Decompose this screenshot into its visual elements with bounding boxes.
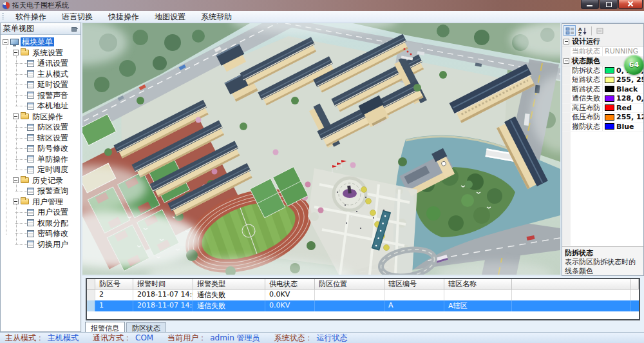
property-description: 防拆状态 表示防区防拆状态时的线条颜色 <box>562 246 643 275</box>
tree-folder-system-settings[interactable]: 系统设置 <box>1 48 80 59</box>
collapse-icon[interactable] <box>564 58 569 64</box>
col-filler <box>512 279 631 289</box>
tree-item-comm-settings[interactable]: 通讯设置 <box>1 58 80 69</box>
col-district-id[interactable]: 辖区编号 <box>384 279 444 289</box>
form-icon <box>27 209 34 216</box>
table-row-selected[interactable]: 1 2018-11-07 14:05:42 通信失败 0.0KV A A辖区 <box>87 300 639 311</box>
property-row-high-voltage[interactable]: 高压布防Red <box>562 104 643 113</box>
form-icon <box>27 219 34 226</box>
tree-item-district-settings[interactable]: 辖区设置 <box>1 133 80 144</box>
description-title: 防拆状态 <box>565 248 641 258</box>
table-row[interactable]: 2 2018-11-07 14:05:42 通信失败 0.0KV <box>87 289 639 300</box>
tree-root-module-menu[interactable]: 模块菜单 <box>1 37 80 48</box>
tree-item-delay-settings[interactable]: 延时设置 <box>1 79 80 90</box>
property-row-disarmed[interactable]: 撤防状态Blue <box>562 122 643 132</box>
col-filler <box>631 279 639 289</box>
form-icon <box>27 145 34 152</box>
status-bar: 主从模式：主机模式 通讯方式：COM 当前用户：admin 管理员 系统状态：运… <box>0 332 644 343</box>
property-row-open-circuit[interactable]: 断路状态Black <box>562 85 643 95</box>
menu-software-ops[interactable]: 软件操作 <box>8 11 54 23</box>
tree-item-permissions[interactable]: 权限分配 <box>1 218 80 229</box>
form-icon <box>27 124 34 131</box>
folder-icon <box>21 50 29 55</box>
alphabetical-sort-button[interactable]: AZ <box>576 25 589 36</box>
tree-item-user-settings[interactable]: 用户设置 <box>1 207 80 218</box>
tree-item-single-zone-op[interactable]: 单防操作 <box>1 154 80 165</box>
tree-item-zone-settings[interactable]: 防区设置 <box>1 122 80 133</box>
property-row-comm-fail[interactable]: 通信失败128, 0, 255 <box>562 94 643 104</box>
tree-item-change-password[interactable]: 密码修改 <box>1 228 80 239</box>
form-icon <box>27 60 34 67</box>
close-button[interactable] <box>618 0 643 9</box>
az-sort-icon: AZ <box>578 26 587 35</box>
collapse-icon[interactable] <box>13 199 19 204</box>
form-icon <box>27 81 34 88</box>
property-pages-button[interactable] <box>594 25 606 36</box>
color-swatch <box>605 123 614 130</box>
row-indicator-header <box>87 279 95 289</box>
pin-icon[interactable] <box>71 25 78 32</box>
menu-language-switch[interactable]: 语言切换 <box>54 11 100 23</box>
col-power-state[interactable]: 供电状态 <box>265 279 315 289</box>
campus-aerial-image <box>82 23 560 275</box>
property-row-low-voltage[interactable]: 低压布防255, 128, 0 <box>562 113 643 122</box>
color-swatch <box>605 86 614 92</box>
color-swatch <box>605 77 614 83</box>
col-zone-id[interactable]: 防区号 <box>95 279 133 289</box>
tree-item-switch-user[interactable]: 切换用户 <box>1 239 80 250</box>
property-toolbar: AZ <box>562 24 643 38</box>
tree-item-local-address[interactable]: 本机地址 <box>1 101 80 112</box>
form-icon <box>27 103 34 110</box>
maximize-button[interactable] <box>600 0 618 9</box>
categorized-view-button[interactable] <box>564 25 576 36</box>
folder-icon <box>21 113 29 119</box>
floating-overlay-badge[interactable]: 64 <box>624 55 644 75</box>
menu-system-help[interactable]: 系统帮助 <box>193 11 240 23</box>
module-tree: 模块菜单 系统设置 通讯设置 主从模式 延时设置 报警声音 本机地址 防区操作 … <box>1 35 80 320</box>
row-indicator <box>87 289 95 300</box>
color-swatch <box>605 95 614 102</box>
tree-folder-history[interactable]: 历史记录 <box>1 175 80 186</box>
collapse-icon[interactable] <box>13 177 19 183</box>
menu-map-settings[interactable]: 地图设置 <box>147 11 193 23</box>
tree-item-scheduled-dispatch[interactable]: 定时调度 <box>1 164 80 175</box>
collapse-icon[interactable] <box>564 39 569 44</box>
computer-icon <box>10 39 19 45</box>
form-icon <box>27 166 34 173</box>
campus-map-canvas[interactable] <box>82 23 560 275</box>
minimize-button[interactable] <box>581 0 599 9</box>
categorized-icon <box>565 26 574 35</box>
table-header-row: 防区号 报警时间 报警类型 供电状态 防区位置 辖区编号 辖区名称 <box>87 279 639 289</box>
color-swatch <box>605 67 614 74</box>
col-alarm-type[interactable]: 报警类型 <box>193 279 265 289</box>
toolbar-separator <box>591 26 592 35</box>
collapse-icon[interactable] <box>3 39 8 45</box>
status-comm-mode: 通讯方式：COM <box>93 333 153 343</box>
description-text: 表示防区防拆状态时的线条颜色 <box>565 258 641 276</box>
tree-item-alarm-query[interactable]: 报警查询 <box>1 186 80 197</box>
tree-item-zone-id-edit[interactable]: 防号修改 <box>1 143 80 154</box>
alarm-table: 防区号 报警时间 报警类型 供电状态 防区位置 辖区编号 辖区名称 2 2018… <box>86 278 640 320</box>
category-design-run[interactable]: 设计运行 <box>562 37 643 47</box>
col-alarm-time[interactable]: 报警时间 <box>133 279 193 289</box>
collapse-icon[interactable] <box>13 113 19 119</box>
menu-bar: 软件操作 语言切换 快捷操作 地图设置 系统帮助 <box>0 11 644 23</box>
tree-folder-user-mgmt[interactable]: 用户管理 <box>1 197 80 208</box>
form-icon <box>27 230 34 237</box>
property-pages-icon <box>596 26 605 35</box>
tree-folder-zone-ops[interactable]: 防区操作 <box>1 112 80 122</box>
property-row-short-circuit[interactable]: 短路状态255, 255, 128 <box>562 75 643 85</box>
sidebar: 菜单视图 模块菜单 系统设置 通讯设置 主从模式 延时设置 报警声音 本机地址 … <box>0 23 81 332</box>
col-district-name[interactable]: 辖区名称 <box>444 279 512 289</box>
tree-item-master-slave-mode[interactable]: 主从模式 <box>1 69 80 80</box>
tree-item-alarm-sound[interactable]: 报警声音 <box>1 90 80 101</box>
folder-icon <box>21 199 29 204</box>
toolbar-grip-icon <box>2 13 4 21</box>
menu-quick-ops[interactable]: 快捷操作 <box>100 11 147 23</box>
folder-icon <box>21 177 29 183</box>
status-system-state: 系统状态：运行状态 <box>274 333 348 343</box>
col-zone-location[interactable]: 防区位置 <box>315 279 384 289</box>
row-indicator <box>87 300 95 311</box>
sidebar-title: 菜单视图 <box>3 23 34 34</box>
collapse-icon[interactable] <box>13 50 19 55</box>
